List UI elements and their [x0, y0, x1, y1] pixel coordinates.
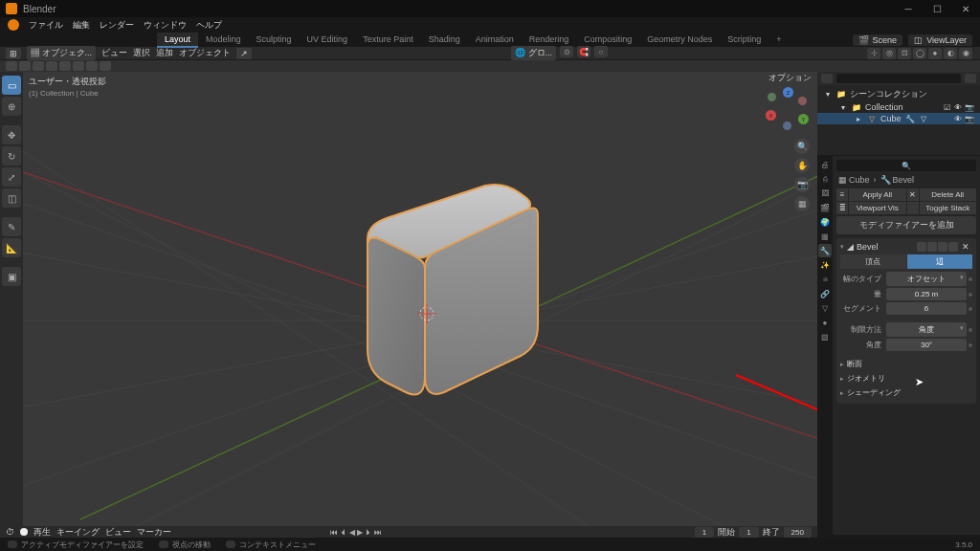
- play-icon[interactable]: ▶: [357, 528, 363, 537]
- minimize-button[interactable]: ─: [894, 0, 923, 17]
- expand-all-icon[interactable]: ≡: [836, 188, 848, 201]
- checkbox-icon[interactable]: ☑: [942, 102, 951, 112]
- tab-scene-icon[interactable]: 🎬: [818, 201, 832, 214]
- amount-field[interactable]: 0.25 m: [886, 288, 967, 300]
- timeline-editor-icon[interactable]: ⏱: [6, 527, 14, 537]
- viewlayer-selector[interactable]: ◫ ViewLayer: [908, 34, 972, 46]
- workspace-animation[interactable]: Animation: [468, 33, 522, 47]
- mode-selector[interactable]: ▦ オブジェク...: [27, 46, 96, 60]
- anim-dot[interactable]: [969, 277, 972, 281]
- mod-menu-icon[interactable]: [948, 242, 958, 252]
- tab-particles-icon[interactable]: ✨: [818, 258, 832, 272]
- viewport-vis-button[interactable]: Viewport Vis: [849, 202, 906, 214]
- tool-measure[interactable]: 📐: [2, 238, 21, 257]
- select-box-icon[interactable]: [6, 61, 17, 71]
- modifier-name[interactable]: Bevel: [857, 242, 879, 252]
- tab-render-icon[interactable]: 🖨: [818, 158, 832, 171]
- axis-y-icon[interactable]: Y: [798, 114, 809, 124]
- editor-type-icon[interactable]: ⊞: [6, 48, 21, 59]
- menu-help[interactable]: ヘルプ: [196, 19, 222, 32]
- menu-file[interactable]: ファイル: [29, 19, 63, 32]
- tool-scale[interactable]: ⤢: [2, 167, 21, 187]
- axis-z-icon[interactable]: Z: [783, 87, 793, 98]
- tab-material-icon[interactable]: ●: [818, 316, 832, 329]
- axis-neg-icon[interactable]: [768, 93, 776, 101]
- tool-cursor[interactable]: ⊕: [2, 97, 21, 116]
- pan-icon[interactable]: ✋: [794, 158, 810, 173]
- snap-icon[interactable]: 🧲: [577, 46, 590, 57]
- maximize-button[interactable]: ☐: [923, 0, 951, 17]
- tab-output-icon[interactable]: ⎙: [818, 172, 832, 186]
- tool-icon[interactable]: [73, 61, 84, 71]
- workspace-sculpting[interactable]: Sculpting: [249, 33, 300, 47]
- tab-world-icon[interactable]: 🌍: [818, 215, 832, 229]
- scene-selector[interactable]: 🎬 Scene: [853, 34, 903, 46]
- eye-icon[interactable]: 👁: [953, 114, 963, 123]
- xray-icon[interactable]: ⊡: [898, 48, 911, 59]
- chevron-right-icon[interactable]: ▸: [854, 114, 863, 123]
- gizmo-toggle-icon[interactable]: ⊹: [867, 48, 880, 59]
- tool-select-box[interactable]: ▭: [2, 76, 21, 95]
- menu-object[interactable]: オブジェクト: [179, 47, 231, 59]
- close-icon[interactable]: ✕: [959, 242, 972, 252]
- chevron-down-icon[interactable]: ▾: [840, 243, 844, 251]
- menu-add[interactable]: 追加: [156, 47, 173, 59]
- camera-view-icon[interactable]: 📷: [794, 177, 810, 192]
- toggle-stack-button[interactable]: Toggle Stack: [920, 202, 977, 214]
- shading-solid-icon[interactable]: ●: [928, 48, 942, 59]
- tab-physics-icon[interactable]: ⚛: [818, 273, 832, 286]
- expander-shading[interactable]: ▸シェーディング: [840, 386, 972, 400]
- jump-start-icon[interactable]: ⏮: [330, 528, 338, 537]
- timeline-view-menu[interactable]: ビュー: [105, 526, 131, 539]
- expander-geometry[interactable]: ▸ジオメトリ: [840, 371, 972, 386]
- axis-neg-icon[interactable]: [798, 97, 807, 105]
- workspace-geometry[interactable]: Geometry Nodes: [639, 33, 720, 47]
- axis-neg-icon[interactable]: [783, 121, 791, 130]
- overlay-toggle-icon[interactable]: ◎: [882, 48, 896, 59]
- tab-vertex[interactable]: 頂点: [840, 254, 906, 269]
- eye-icon[interactable]: 👁: [953, 102, 963, 112]
- blender-icon[interactable]: [8, 19, 19, 31]
- axis-x-icon[interactable]: X: [766, 110, 776, 121]
- end-frame[interactable]: 250: [784, 527, 812, 538]
- outliner-search[interactable]: [836, 74, 961, 83]
- anim-dot[interactable]: [969, 307, 972, 311]
- perspective-toggle-icon[interactable]: ▦: [794, 196, 810, 211]
- outliner-scene-collection[interactable]: ▾ 📁 シーンコレクション: [817, 87, 980, 101]
- play-reverse-icon[interactable]: ◀: [349, 528, 355, 537]
- pivot-icon[interactable]: ⊙: [560, 46, 573, 57]
- mod-render-toggle[interactable]: [938, 242, 947, 252]
- menu-window[interactable]: ウィンドウ: [144, 19, 187, 32]
- breadcrumb-object[interactable]: ▦ Cube: [838, 175, 870, 185]
- modifier-icon[interactable]: 🔧: [905, 114, 915, 123]
- auto-key-toggle[interactable]: [20, 528, 28, 536]
- workspace-shading[interactable]: Shading: [421, 33, 468, 47]
- delete-all-button[interactable]: Delete All: [920, 188, 977, 201]
- tool-move[interactable]: ✥: [2, 125, 21, 144]
- menu-view[interactable]: ビュー: [101, 47, 127, 59]
- menu-select[interactable]: 選択: [133, 47, 150, 59]
- timeline-marker-menu[interactable]: マーカー: [137, 526, 171, 539]
- collapse-all-icon[interactable]: ≣: [836, 202, 848, 214]
- jump-end-icon[interactable]: ⏭: [374, 528, 382, 537]
- tab-constraints-icon[interactable]: 🔗: [818, 287, 832, 300]
- segments-field[interactable]: 6: [886, 302, 967, 315]
- tool-icon[interactable]: [59, 61, 71, 71]
- outliner-cube[interactable]: ▸ ▽ Cube 🔧 ▽ 👁 📷: [817, 113, 980, 124]
- workspace-modeling[interactable]: Modeling: [198, 33, 249, 47]
- angle-field[interactable]: 30°: [886, 339, 967, 351]
- tool-annotate[interactable]: ✎: [2, 217, 21, 236]
- shading-wireframe-icon[interactable]: ◯: [913, 48, 926, 59]
- timeline-keying-menu[interactable]: キーイング: [56, 526, 100, 539]
- close-button[interactable]: ✕: [951, 0, 980, 17]
- tab-modifiers-icon[interactable]: 🔧: [818, 244, 832, 257]
- timeline-play-menu[interactable]: 再生: [33, 526, 51, 539]
- tab-texture-icon[interactable]: ▨: [818, 330, 832, 343]
- transform-orientation[interactable]: 🌐 グロ...: [511, 46, 556, 60]
- tool-icon[interactable]: [19, 61, 31, 71]
- limit-method-dropdown[interactable]: 角度▾: [886, 322, 967, 337]
- viewport-3d[interactable]: ユーザー・透視投影 (1) Collection | Cube オプション: [23, 72, 817, 535]
- zoom-icon[interactable]: 🔍: [794, 139, 810, 154]
- anim-dot[interactable]: [969, 293, 972, 297]
- tool-icon[interactable]: [46, 61, 57, 71]
